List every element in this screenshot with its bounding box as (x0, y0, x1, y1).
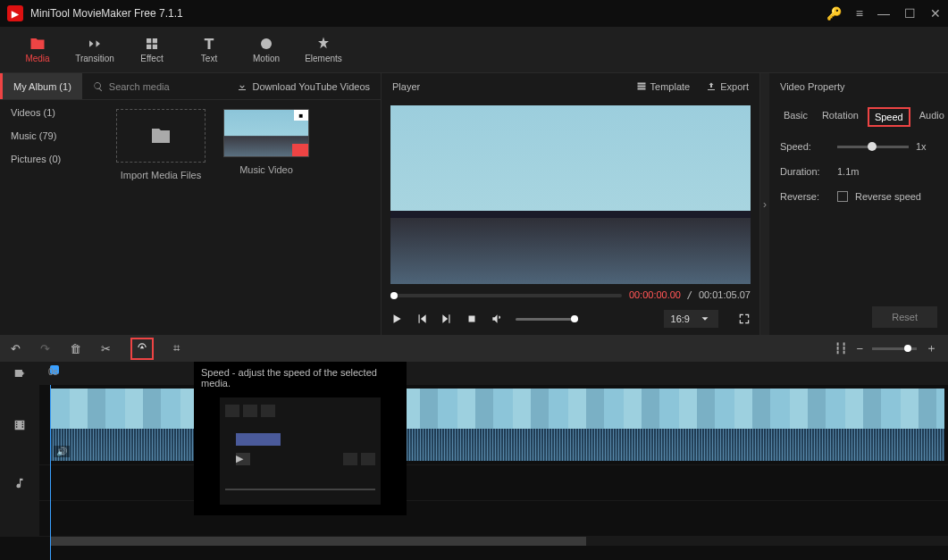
undo-button[interactable]: ↶ (11, 342, 21, 355)
zoom-in-button[interactable]: ＋ (926, 340, 937, 356)
menu-icon[interactable]: ≡ (856, 6, 863, 21)
split-button[interactable]: ✂ (101, 342, 111, 355)
download-label: Download YouTube Videos (253, 81, 371, 92)
current-time: 00:00:00.00 (629, 289, 681, 300)
properties-panel: Video Property Basic Rotation Speed Audi… (769, 73, 948, 335)
ruler-start-label: 0s (48, 367, 58, 377)
timeline: 0s 🔊 (0, 362, 948, 560)
zoom-out-button[interactable]: − (856, 342, 863, 355)
tab-effect-label: Effect (140, 54, 163, 63)
properties-title: Video Property (769, 73, 948, 100)
app-title: MiniTool MovieMaker Free 7.1.1 (30, 7, 826, 20)
prop-tab-basic[interactable]: Basic (778, 107, 813, 127)
motion-icon (258, 36, 274, 52)
category-videos[interactable]: Videos (1) (11, 107, 96, 118)
download-youtube-button[interactable]: Download YouTube Videos (226, 81, 382, 92)
search-icon (93, 81, 104, 92)
export-button[interactable]: Export (706, 81, 749, 92)
export-icon (706, 81, 717, 92)
play-button[interactable] (390, 313, 403, 325)
clip-audio-icon[interactable]: 🔊 (54, 446, 70, 457)
timeline-toolbar: ↶ ↷ 🗑 ✂ ⌗ ┇┇ − ＋ (0, 335, 948, 362)
reverse-label: Reverse: (780, 191, 830, 202)
video-track-icon[interactable] (0, 385, 39, 464)
tab-transition-label: Transition (75, 54, 114, 63)
aspect-ratio-select[interactable]: 16:9 (664, 310, 718, 328)
audio-track-icon[interactable] (0, 465, 39, 500)
speed-label: Speed: (780, 141, 830, 152)
download-icon (237, 81, 247, 92)
video-badge-icon: ■ (294, 110, 308, 121)
tab-media[interactable]: Media (11, 27, 64, 72)
tab-text-label: Text (201, 54, 217, 63)
next-frame-button[interactable] (440, 313, 453, 325)
timeline-video-clip[interactable]: 🔊 (50, 389, 944, 461)
template-icon (636, 81, 647, 92)
player-panel: Player Template Export 00:00:00.00 / 00:… (381, 73, 760, 335)
tab-text[interactable]: Text (182, 27, 236, 72)
speedometer-icon (136, 341, 148, 354)
speed-tool-button[interactable] (130, 338, 154, 360)
stop-button[interactable] (466, 313, 478, 325)
prop-tab-speed[interactable]: Speed (868, 107, 910, 127)
tooltip-text: Speed - adjust the speed of the selected… (201, 367, 399, 389)
time-ruler[interactable]: 0s (39, 362, 948, 384)
film-icon (13, 418, 27, 432)
redo-button[interactable]: ↷ (40, 342, 50, 355)
text-icon (201, 36, 217, 52)
playback-scrubber[interactable] (390, 294, 622, 297)
reverse-checkbox-label: Reverse speed (855, 191, 921, 202)
reverse-checkbox[interactable] (837, 191, 848, 202)
search-input[interactable]: Search media (82, 81, 226, 92)
chevron-down-icon (699, 313, 711, 325)
key-icon[interactable]: 🔑 (826, 6, 842, 21)
title-bar: ▶ MiniTool MovieMaker Free 7.1.1 🔑 ≡ — ☐… (0, 0, 948, 27)
minimize-button[interactable]: — (877, 6, 890, 21)
maximize-button[interactable]: ☐ (904, 6, 916, 21)
volume-slider[interactable] (516, 318, 578, 321)
duration-label: Duration: (780, 166, 830, 177)
svg-rect-1 (469, 316, 475, 322)
video-preview[interactable] (390, 105, 751, 284)
effect-icon (144, 36, 160, 52)
media-clip[interactable]: ■ Music Video (223, 109, 309, 175)
playhead[interactable] (50, 385, 51, 560)
track-display-icon[interactable]: ┇┇ (835, 342, 847, 355)
main-toolbar: Media Transition Effect Text Motion Elem… (0, 27, 948, 73)
import-label: Import Media Files (121, 170, 201, 180)
total-time: 00:01:05.07 (699, 289, 751, 300)
player-label: Player (392, 81, 420, 92)
tooltip-preview: ▶ (220, 397, 381, 505)
tab-transition[interactable]: Transition (68, 27, 122, 72)
add-track-button[interactable] (0, 362, 39, 384)
music-note-icon (13, 477, 26, 489)
clip-label: Music Video (239, 164, 293, 175)
tab-effect[interactable]: Effect (125, 27, 179, 72)
tab-elements-label: Elements (305, 54, 342, 63)
prev-frame-button[interactable] (415, 313, 428, 325)
audio-track-lane[interactable] (39, 465, 948, 500)
duration-value: 1.1m (837, 166, 859, 177)
speed-slider[interactable] (837, 146, 909, 148)
timeline-scrollbar[interactable] (50, 537, 948, 546)
import-media-button[interactable]: Import Media Files (116, 109, 206, 180)
delete-button[interactable]: 🗑 (70, 342, 81, 355)
close-button[interactable]: ✕ (930, 6, 941, 21)
prop-tab-audio[interactable]: Audio (914, 107, 948, 127)
album-tab[interactable]: My Album (1) (0, 73, 82, 99)
volume-icon[interactable] (491, 313, 503, 325)
tab-elements[interactable]: Elements (297, 27, 350, 72)
zoom-slider[interactable] (872, 347, 917, 350)
tab-motion[interactable]: Motion (239, 27, 293, 72)
reset-button[interactable]: Reset (872, 306, 937, 328)
category-pictures[interactable]: Pictures (0) (11, 154, 96, 164)
collapse-properties-button[interactable]: › (760, 73, 769, 335)
template-button[interactable]: Template (636, 81, 691, 92)
fullscreen-button[interactable] (738, 313, 751, 325)
crop-button[interactable]: ⌗ (173, 341, 180, 355)
app-logo: ▶ (7, 5, 23, 21)
category-music[interactable]: Music (79) (11, 130, 96, 141)
tab-motion-label: Motion (253, 54, 280, 63)
prop-tab-rotation[interactable]: Rotation (817, 107, 864, 127)
svg-point-0 (261, 38, 272, 49)
